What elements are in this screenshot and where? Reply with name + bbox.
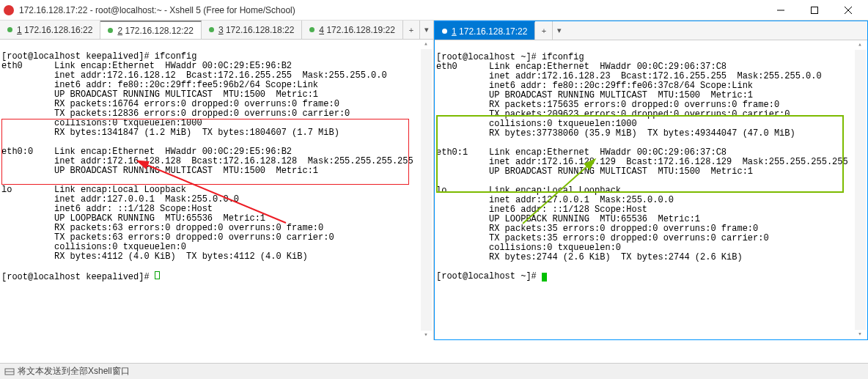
tab-menu-button[interactable]: ▾ bbox=[420, 21, 433, 39]
terminal-line: RX packets:35 errors:0 dropped:0 overrun… bbox=[436, 224, 758, 234]
cursor-icon bbox=[542, 273, 547, 282]
terminal-line: UP BROADCAST RUNNING MULTICAST MTU:1500 … bbox=[436, 90, 753, 100]
terminal-line: TX packets:63 errors:0 dropped:0 overrun… bbox=[1, 232, 334, 243]
terminal-line: UP BROADCAST RUNNING MULTICAST MTU:1500 … bbox=[1, 89, 318, 100]
tab-2[interactable]: 2 172.16.128.12:22 bbox=[100, 21, 201, 39]
minimize-button[interactable] bbox=[764, 0, 798, 21]
status-dot-icon bbox=[108, 28, 113, 33]
scroll-up-icon[interactable]: ▴ bbox=[858, 40, 861, 50]
new-tab-button[interactable]: + bbox=[403, 21, 421, 39]
terminal-line: collisions:0 txqueuelen:1000 bbox=[436, 119, 637, 129]
terminal-line: RX packets:175635 errors:0 dropped:0 ove… bbox=[436, 100, 779, 110]
close-button[interactable] bbox=[831, 0, 865, 21]
tab-4[interactable]: 4 172.16.128.19:22 bbox=[302, 21, 402, 39]
terminal-line: UP BROADCAST RUNNING MULTICAST MTU:1500 … bbox=[436, 166, 753, 177]
right-tabstrip: 1 172.16.128.17:22 + ▾ bbox=[435, 21, 867, 40]
scroll-track[interactable] bbox=[855, 50, 866, 330]
status-dot-icon bbox=[309, 27, 315, 32]
scroll-up-icon[interactable]: ▴ bbox=[424, 40, 427, 49]
tab-1[interactable]: 1 172.16.128.16:22 bbox=[0, 21, 100, 39]
terminal-line: inet addr:127.0.0.1 Mask:255.0.0.0 bbox=[1, 194, 239, 205]
terminal-line: TX packets:12836 errors:0 dropped:0 over… bbox=[1, 108, 350, 119]
left-pane: 1 172.16.128.16:22 2 172.16.128.12:22 3 … bbox=[0, 21, 434, 340]
terminal-line: RX bytes:2744 (2.6 KiB) TX bytes:2744 (2… bbox=[436, 252, 743, 262]
terminal-line: lo Link encap:Local Loopback bbox=[1, 185, 186, 195]
scroll-down-icon[interactable]: ▾ bbox=[424, 331, 427, 340]
scroll-track[interactable] bbox=[421, 49, 432, 331]
terminal-line: eth0:1 Link encap:Ethernet HWaddr 00:0C:… bbox=[436, 147, 727, 158]
left-tabstrip: 1 172.16.128.16:22 2 172.16.128.12:22 3 … bbox=[0, 21, 433, 40]
terminal-line: inet addr:172.16.128.23 Bcast:172.16.255… bbox=[436, 71, 822, 81]
right-pane: 1 172.16.128.17:22 + ▾ [root@localhost ~… bbox=[434, 21, 868, 340]
terminal-line: eth0:0 Link encap:Ethernet HWaddr 00:0C:… bbox=[1, 147, 292, 157]
maximize-button[interactable] bbox=[798, 0, 831, 21]
terminal-line: UP LOOPBACK RUNNING MTU:65536 Metric:1 bbox=[436, 214, 700, 224]
terminal-line: UP BROADCAST RUNNING MULTICAST MTU:1500 … bbox=[1, 166, 318, 176]
terminal-line: [root@localhost keepalived]# ifconfig bbox=[1, 51, 196, 62]
svg-point-0 bbox=[4, 5, 14, 15]
terminal-line: [root@localhost ~]# ifconfig bbox=[436, 52, 584, 62]
terminal-line: UP LOOPBACK RUNNING MTU:65536 Metric:1 bbox=[1, 213, 265, 224]
status-dot-icon bbox=[209, 27, 214, 32]
terminal-line: lo Link encap:Local Loopback bbox=[436, 185, 621, 196]
terminal-line: inet addr:172.16.128.128 Bcast:172.16.12… bbox=[1, 156, 413, 166]
left-terminal[interactable]: [root@localhost keepalived]# ifconfig et… bbox=[0, 40, 433, 340]
terminal-line: inet6 addr: ::1/128 Scope:Host bbox=[436, 205, 647, 215]
status-dot-icon bbox=[442, 29, 447, 34]
svg-rect-1 bbox=[812, 7, 818, 13]
terminal-line: RX bytes:1341847 (1.2 MiB) TX bytes:1804… bbox=[1, 128, 339, 138]
terminal-line: RX packets:16764 errors:0 dropped:0 over… bbox=[1, 99, 339, 109]
status-text: 将文本发送到全部Xshell窗口 bbox=[18, 365, 130, 378]
window-titlebar: 172.16.128.17:22 - root@localhost:~ - Xs… bbox=[0, 0, 868, 21]
tab-3[interactable]: 3 172.16.128.18:22 bbox=[202, 21, 302, 39]
terminal-line: inet addr:127.0.0.1 Mask:255.0.0.0 bbox=[436, 195, 674, 205]
tab-menu-button[interactable]: ▾ bbox=[553, 21, 566, 40]
terminal-line: collisions:0 txqueuelen:0 bbox=[1, 242, 186, 252]
terminal-line: RX bytes:4112 (4.0 KiB) TX bytes:4112 (4… bbox=[1, 251, 308, 262]
terminal-line: TX packets:209623 errors:0 dropped:0 ove… bbox=[436, 109, 790, 119]
terminal-line: inet6 addr: fe80::20c:29ff:fe06:37c8/64 … bbox=[436, 81, 753, 91]
terminal-line: collisions:0 txqueuelen:0 bbox=[436, 243, 621, 253]
terminal-line: TX packets:35 errors:0 dropped:0 overrun… bbox=[436, 233, 769, 243]
window-title: 172.16.128.17:22 - root@localhost:~ - Xs… bbox=[19, 5, 764, 15]
scrollbar[interactable]: ▴ ▾ bbox=[420, 40, 432, 340]
app-icon bbox=[3, 4, 15, 16]
terminal-line: inet addr:172.16.128.12 Bcast:172.16.255… bbox=[1, 70, 387, 81]
terminal-line: inet addr:172.16.128.129 Bcast:172.16.12… bbox=[436, 157, 848, 167]
new-tab-button[interactable]: + bbox=[535, 21, 553, 40]
terminal-line: eth0 Link encap:Ethernet HWaddr 00:0C:29… bbox=[1, 61, 292, 71]
terminal-prompt: [root@localhost keepalived]# bbox=[1, 272, 155, 282]
terminal-line: inet6 addr: fe80::20c:29ff:fee5:96b2/64 … bbox=[1, 80, 318, 90]
scrollbar[interactable]: ▴ ▾ bbox=[854, 40, 866, 339]
status-bar: 将文本发送到全部Xshell窗口 bbox=[0, 363, 868, 379]
terminal-line: RX bytes:37738060 (35.9 MiB) TX bytes:49… bbox=[436, 128, 795, 139]
terminal-line: inet6 addr: ::1/128 Scope:Host bbox=[1, 204, 213, 214]
tab-1-right[interactable]: 1 172.16.128.17:22 bbox=[435, 21, 535, 40]
terminal-line: eth0 Link encap:Ethernet HWaddr 00:0C:29… bbox=[436, 62, 727, 72]
scroll-down-icon[interactable]: ▾ bbox=[858, 330, 861, 339]
status-dot-icon bbox=[7, 27, 12, 32]
right-terminal[interactable]: [root@localhost ~]# ifconfig eth0 Link e… bbox=[435, 40, 867, 339]
terminal-line: RX packets:63 errors:0 dropped:0 overrun… bbox=[1, 223, 323, 233]
terminal-prompt: [root@localhost ~]# bbox=[436, 271, 542, 282]
terminal-line: collisions:0 txqueuelen:1000 bbox=[1, 118, 202, 128]
broadcast-icon bbox=[4, 367, 15, 377]
split-panes: 1 172.16.128.16:22 2 172.16.128.12:22 3 … bbox=[0, 21, 868, 340]
